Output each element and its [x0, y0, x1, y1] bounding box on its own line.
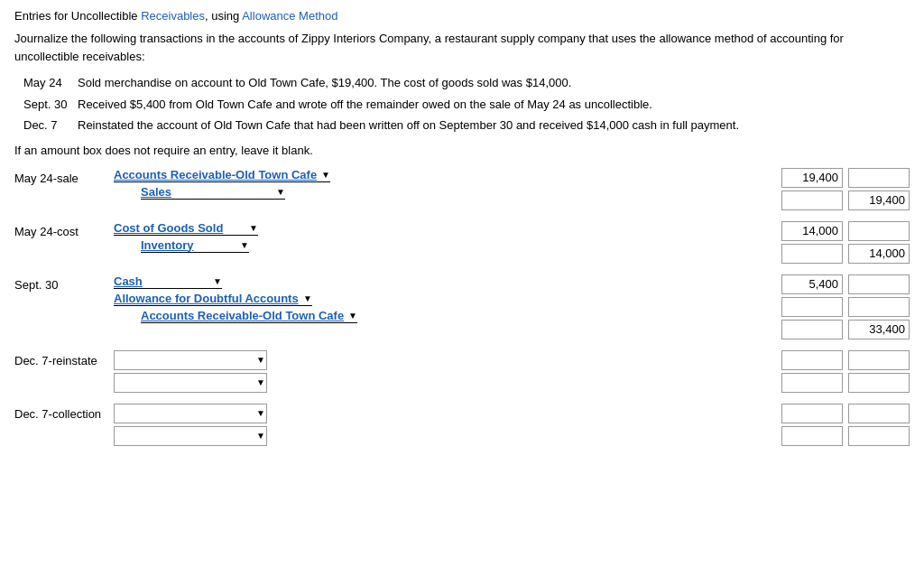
dec7-reinstate-row: Dec. 7-reinstate ▼ ▼ — [14, 350, 910, 393]
dec7-reinstate-accounts: ▼ ▼ — [114, 350, 772, 393]
may24-cost-accounts: Cost of Goods Sold ▼ Inventory ▼ — [114, 221, 772, 253]
sept30-ar-debit[interactable] — [781, 320, 843, 339]
dec7-reinstate-select-2[interactable] — [114, 373, 267, 393]
dec7-reinstate-amounts — [781, 350, 910, 393]
sept30-ar-select[interactable]: Accounts Receivable-Old Town Cafe — [141, 309, 357, 323]
may24-sale-accounts: Accounts Receivable-Old Town Cafe ▼ Sale… — [114, 168, 772, 200]
sept30-allowance-credit[interactable] — [848, 297, 910, 317]
may24-sale-amounts — [781, 168, 910, 210]
page-header: Entries for Uncollectible Receivables, u… — [14, 9, 910, 23]
dec7-reinstate-debit-2[interactable] — [781, 373, 843, 393]
may24-cost-amounts — [781, 221, 910, 264]
sept30-ar-wrapper: Accounts Receivable-Old Town Cafe ▼ — [141, 309, 357, 323]
may24-cost-label: May 24-cost — [14, 221, 114, 238]
dec7-collection-amounts — [781, 404, 910, 446]
transaction-3-date: Dec. 7 — [23, 116, 78, 135]
sept30-allowance-debit[interactable] — [781, 297, 843, 317]
may24-cost-credit-select[interactable]: Inventory — [141, 238, 249, 253]
may24-cost-debit-input2[interactable] — [781, 244, 843, 264]
sept30-amounts — [781, 274, 910, 339]
may24-sale-row: May 24-sale Accounts Receivable-Old Town… — [14, 168, 910, 210]
may24-sale-debit-input[interactable] — [781, 168, 843, 188]
sept30-row: Sept. 30 Cash ▼ Allowance for Doubtful A… — [14, 274, 910, 339]
sept30-cash-debit[interactable] — [781, 274, 843, 294]
dec7-collection-line-1: ▼ — [114, 404, 772, 423]
may24-cost-credit-input[interactable] — [848, 221, 910, 241]
dec7-reinstate-select-1[interactable] — [114, 350, 267, 370]
may24-sale-credit-wrapper: Sales ▼ — [141, 185, 285, 200]
may24-cost-credit-wrapper: Inventory ▼ — [141, 238, 249, 253]
may24-sale-debit-input2[interactable] — [781, 191, 843, 210]
sept30-cash-line: Cash ▼ — [114, 274, 772, 289]
transaction-2-desc: Received $5,400 from Old Town Cafe and w… — [78, 96, 910, 114]
dec7-collection-amount-2 — [781, 426, 910, 446]
dec7-reinstate-amount-2 — [781, 373, 910, 393]
dec7-collection-line-2: ▼ — [114, 426, 772, 446]
dec7-reinstate-amount-1 — [781, 350, 910, 370]
may24-sale-label: May 24-sale — [14, 168, 114, 185]
dec7-reinstate-credit-2[interactable] — [848, 373, 910, 393]
transaction-1-desc: Sold merchandise on account to Old Town … — [78, 74, 910, 92]
receivables-link[interactable]: Receivables — [141, 9, 205, 23]
dec7-collection-credit-1[interactable] — [848, 404, 910, 423]
transaction-2-date: Sept. 30 — [23, 96, 78, 114]
dec7-collection-credit-2[interactable] — [848, 426, 910, 446]
sept30-cash-select[interactable]: Cash — [114, 274, 222, 289]
transactions: May 24 Sold merchandise on account to Ol… — [23, 74, 910, 135]
dec7-reinstate-credit-1[interactable] — [848, 350, 910, 370]
may24-cost-credit-input2[interactable] — [848, 244, 910, 264]
sept30-ar-credit[interactable] — [848, 320, 910, 339]
transaction-2: Sept. 30 Received $5,400 from Old Town C… — [23, 96, 910, 114]
sept30-amount-3 — [781, 320, 910, 339]
sept30-label: Sept. 30 — [14, 274, 114, 292]
intro-text: Journalize the following transactions in… — [14, 30, 910, 65]
blank-instruction: If an amount box does not require an ent… — [14, 144, 910, 157]
sept30-allowance-line: Allowance for Doubtful Accounts ▼ — [114, 292, 772, 306]
dec7-collection-select-2-wrapper: ▼ — [114, 426, 267, 446]
dec7-collection-debit-2[interactable] — [781, 426, 843, 446]
allowance-link[interactable]: Allowance Method — [242, 9, 337, 23]
sept30-amount-2 — [781, 297, 910, 317]
dec7-collection-amount-1 — [781, 404, 910, 423]
may24-cost-debit-input[interactable] — [781, 221, 843, 241]
may24-cost-debit-wrapper: Cost of Goods Sold ▼ — [114, 221, 258, 236]
transaction-3-desc: Reinstated the account of Old Town Cafe … — [78, 116, 910, 135]
sept30-ar-line: Accounts Receivable-Old Town Cafe ▼ — [141, 309, 772, 323]
dec7-collection-debit-1[interactable] — [781, 404, 843, 423]
dec7-collection-select-1-wrapper: ▼ — [114, 404, 267, 423]
dec7-reinstate-line-2: ▼ — [114, 373, 772, 393]
transaction-3: Dec. 7 Reinstated the account of Old Tow… — [23, 116, 910, 135]
may24-sale-credit-select[interactable]: Sales — [141, 185, 285, 200]
sept30-cash-wrapper: Cash ▼ — [114, 274, 222, 289]
sept30-allowance-select[interactable]: Allowance for Doubtful Accounts — [114, 292, 312, 306]
may24-cost-debit-select[interactable]: Cost of Goods Sold — [114, 221, 258, 236]
may24-sale-credit-input[interactable] — [848, 168, 910, 188]
sept30-amount-1 — [781, 274, 910, 294]
dec7-collection-select-2[interactable] — [114, 426, 267, 446]
may24-sale-amount-1 — [781, 168, 910, 188]
journal-table: May 24-sale Accounts Receivable-Old Town… — [14, 168, 910, 446]
sept30-cash-credit[interactable] — [848, 274, 910, 294]
may24-sale-credit-line: Sales ▼ — [141, 185, 772, 200]
dec7-reinstate-debit-1[interactable] — [781, 350, 843, 370]
may24-cost-debit-line: Cost of Goods Sold ▼ — [114, 221, 772, 236]
dec7-reinstate-select-2-wrapper: ▼ — [114, 373, 267, 393]
transaction-1-date: May 24 — [23, 74, 78, 92]
sept30-accounts: Cash ▼ Allowance for Doubtful Accounts ▼… — [114, 274, 772, 323]
may24-cost-amount-1 — [781, 221, 910, 241]
dec7-collection-row: Dec. 7-collection ▼ ▼ — [14, 404, 910, 446]
may24-cost-row: May 24-cost Cost of Goods Sold ▼ Invento… — [14, 221, 910, 264]
sept30-allowance-wrapper: Allowance for Doubtful Accounts ▼ — [114, 292, 312, 306]
may24-cost-amount-2 — [781, 244, 910, 264]
may24-sale-credit-input2[interactable] — [848, 191, 910, 210]
dec7-reinstate-select-1-wrapper: ▼ — [114, 350, 267, 370]
dec7-reinstate-line-1: ▼ — [114, 350, 772, 370]
may24-sale-debit-line: Accounts Receivable-Old Town Cafe ▼ — [114, 168, 772, 182]
dec7-collection-select-1[interactable] — [114, 404, 267, 423]
may24-sale-amount-2 — [781, 191, 910, 210]
may24-sale-debit-select[interactable]: Accounts Receivable-Old Town Cafe — [114, 168, 330, 182]
transaction-1: May 24 Sold merchandise on account to Ol… — [23, 74, 910, 92]
may24-sale-debit-wrapper: Accounts Receivable-Old Town Cafe ▼ — [114, 168, 330, 182]
dec7-reinstate-label: Dec. 7-reinstate — [14, 350, 114, 367]
dec7-collection-label: Dec. 7-collection — [14, 404, 114, 421]
